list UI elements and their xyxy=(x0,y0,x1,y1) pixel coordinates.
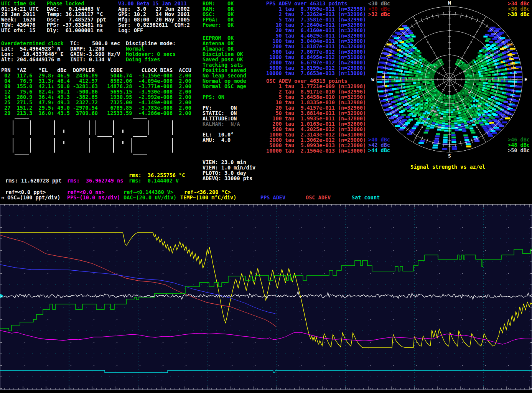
mask-settings-line: EL: 10.0° xyxy=(203,132,234,137)
rms-temp-line: rms: 36.255756 °C xyxy=(129,173,185,178)
discipline-mode-line: Doing fixes xyxy=(126,57,176,62)
system-status-line: EEPROM OK xyxy=(203,35,246,41)
view-info: VIEW: 23.0 minVIEW: 1.0 min/divPLOTQ: 3.… xyxy=(203,160,255,181)
phase-status: Phase lockedDAC: 0.144463 VTemp: 36.1281… xyxy=(47,1,106,33)
signal-legend-ne: >34 dBc>36 dBc>38 dBc xyxy=(508,1,530,17)
position-block: Overdetermined clockLat: 54.4964928° NLo… xyxy=(1,41,64,62)
osc-adev-table-line: OSC ADEV over 46313 points xyxy=(266,78,366,84)
system-status-line: Tracking sats xyxy=(203,62,246,67)
phase-status-line: Osc↑ 7.485257 ppt xyxy=(47,17,106,22)
utc-status-line: UTC time OK xyxy=(1,1,39,6)
system-status-line: Antenna OK xyxy=(203,41,246,46)
phase-status-line: Phase locked xyxy=(47,1,106,6)
system-status-line: Normal op mode xyxy=(203,78,246,84)
fix-modes: PV: ONSTATIC: ONALTITUDE:ONKALMAN: N/A xyxy=(203,105,240,127)
system-status-line: Normal OSC age xyxy=(203,84,246,89)
receiver-selftest: ROM: OKRAM: OKOSC: OKFPGA: OKPower: OK xyxy=(203,1,234,28)
utc-status: UTC time OK01:14:21 UTC28 Jan 2011Week: … xyxy=(1,1,39,33)
signal-legend-ne-line: >38 dBc xyxy=(508,12,530,17)
pps-adev-table-line: PPS ADEV over 46313 points xyxy=(266,1,366,6)
rms-osc-line: rms: 11.620728 ppt xyxy=(5,178,61,183)
osc-adev-table: OSC ADEV over 46313 points 1 tau 1.7721e… xyxy=(266,78,366,153)
utc-status-line: 01:14:21 UTC xyxy=(1,6,39,12)
pps-adev-table-line: 2 tau 7.3262e-011 (n=32996) xyxy=(266,12,366,17)
sat-table-line: 02 117.6 29.8↑ 46.9 2436.89 5046.74 -3.1… xyxy=(1,73,191,78)
signal-legend-nw: <30 dBc>30 dBc>32 dBc xyxy=(368,1,390,17)
plot-scale-dac-line: DAC~(20.0 uV/div) xyxy=(124,195,176,200)
signal-legend-se-line: >50 dBc xyxy=(508,148,530,153)
view-info-line: VIEW: 23.0 min xyxy=(203,160,255,165)
pps-adev-table-line: 5000 tau 3.8199e-012 (n=23000) xyxy=(266,65,366,71)
signal-legend-se: >46 dBc>48 dBc>50 dBc xyxy=(508,137,530,153)
rms-temp: rms: 36.255756 °C xyxy=(129,173,185,178)
sat-table-line: 14 280.9 36.4↓ 49.3 -382.85 1930.95 -2.9… xyxy=(1,94,191,100)
osc-adev-table-line: 100 tau 1.9935e-011 (n=32800) xyxy=(266,116,366,121)
polar-caption: Signal strength vs az/el xyxy=(410,164,485,169)
sat-table-line: 04 76.9 31.3↑ 46.4 412.57 8582.06 -4.094… xyxy=(1,78,191,84)
plot-scale-temp-line: TEMP~(100 m°C/div) xyxy=(180,195,236,200)
osc-adev-table-line: 500 tau 4.2025e-012 (n=32000) xyxy=(266,127,366,132)
discipline-mode: Discipline mode:NormalHoldover: 0 secsDo… xyxy=(126,41,176,62)
pps-status-line: PPS: ON xyxy=(203,94,224,100)
utc-status-line: UTC ofs: 15 xyxy=(1,28,39,33)
pps-adev-table-line: 20 tau 6.4160e-011 (n=32960) xyxy=(266,28,366,33)
osc-adev-table-line: 200 tau 1.0163e-011 (n=32600) xyxy=(266,121,366,127)
system-status: EEPROM OKAntenna OKAlmanac OKDiscipline … xyxy=(203,35,246,89)
ref-pps-line: ref=<0.0 ns> xyxy=(67,189,105,195)
view-info-line: ADEVQ: 33000 pts xyxy=(203,176,255,181)
signal-legend-sw: >40 dBc>42 dBc>44 dBc xyxy=(368,137,390,153)
version-info: V3.00 Beta 15 Jan 2011App: 3.0 27 Jun 20… xyxy=(118,1,190,33)
position-block-line: Alt: 204.46449176 m xyxy=(1,57,64,62)
pps-adev-table-line: 200 tau 1.8187e-011 (n=32600) xyxy=(266,44,366,49)
discipline-mode-line: Holdover: 0 secs xyxy=(126,51,176,57)
utc-status-line: TOW: 436476 xyxy=(1,22,39,28)
ref-osc-line: ref=<0.0 ppt> xyxy=(5,189,46,195)
sat-table: PRN °AZ °EL dBc DOPPLER CODE CLOCK BIAS … xyxy=(1,67,191,116)
osc-adev-table-line: 1 tau 1.7721e-009 (n=32998) xyxy=(266,84,366,89)
system-status-line: Saved posn OK xyxy=(203,57,246,62)
osc-adev-table-line: 10 tau 1.8335e-010 (n=32980) xyxy=(266,100,366,105)
utc-status-line: Week: 1620 xyxy=(1,17,39,22)
version-info-line: Log: OFF xyxy=(118,28,190,33)
mask-settings-line: AMU: 4.0 xyxy=(203,137,234,143)
pps-adev-table-line: 10 tau 7.2640e-011 (n=32980) xyxy=(266,22,366,28)
signal-legend-sw-line: >44 dBc xyxy=(368,148,390,153)
plot-scale-pps: PPS~(10.0 ns/div) xyxy=(67,195,120,200)
ref-temp: ref~<36.200 °C> xyxy=(184,189,231,195)
plot-scale-dac: DAC~(20.0 uV/div) xyxy=(124,195,176,200)
sat-table-line: 27 151.2 29.5↓ 49.0 -2970.54 6789.85 -3.… xyxy=(1,105,191,110)
discipline-mode-line: Discipline mode: xyxy=(126,41,176,46)
ref-temp-line: ref~<36.200 °C> xyxy=(184,189,231,195)
plot-label-ppsadev-line: PPS ADEV xyxy=(260,195,285,200)
receiver-selftest-line: ROM: OK xyxy=(203,1,234,6)
rms-dac-line: rms: 0.144402 V xyxy=(129,178,179,183)
rms-pps: rms: 36.962749 ns xyxy=(67,178,123,183)
system-status-line: No leap second xyxy=(203,73,246,78)
pps-adev-table-line: 50 tau 4.4629e-011 (n=32900) xyxy=(266,33,366,38)
pps-adev-table: PPS ADEV over 46313 points 1 tau 8.7050e… xyxy=(266,1,366,76)
receiver-selftest-line: RAM: OK xyxy=(203,6,234,12)
loop-params-line: TC: 500.0 sec xyxy=(70,41,120,46)
plot-scale-pps-line: PPS~(10.0 ns/div) xyxy=(67,195,120,200)
compass-north-label: N xyxy=(448,0,451,6)
pps-adev-table-line: 1000 tau 6.8495e-012 (n=31000) xyxy=(266,54,366,60)
sat-table-line: PRN °AZ °EL dBc DOPPLER CODE CLOCK BIAS … xyxy=(1,67,191,73)
phase-status-line: Temp: 36.128117 °C xyxy=(47,12,106,17)
osc-adev-table-line: 2000 tau 1.3062e-012 (n=29000) xyxy=(266,137,366,143)
plot-label-oscadev: OSC ADEV xyxy=(306,195,331,200)
sat-table-line: 09 155.0 42.1↓ 50.0 -3281.63 14876.28 -3… xyxy=(1,84,191,89)
history-plot[interactable] xyxy=(0,202,532,393)
pps-adev-table-line: 1 tau 8.7050e-011 (n=32998) xyxy=(266,6,366,12)
signal-legend-nw-line: >30 dBc xyxy=(368,6,390,12)
view-info-line: VIEW: 1.0 min/div xyxy=(203,165,255,170)
osc-adev-table-line: 20 tau 9.4157e-011 (n=32960) xyxy=(266,105,366,110)
plot-scale-temp: TEMP~(100 m°C/div) xyxy=(180,195,236,200)
phase-status-line: PPS↑ -37.833481 ns xyxy=(47,22,106,28)
digital-clock xyxy=(8,115,192,161)
signal-legend-sw-line: >42 dBc xyxy=(368,142,390,148)
compass-east-label: E xyxy=(524,77,527,82)
loop-params-line: DAMP: 1.200 xyxy=(70,46,120,51)
system-status-line: Discipline OK xyxy=(203,51,246,57)
pps-adev-table-line: 10000 tau 7.6653e-013 (n=13000) xyxy=(266,71,366,76)
system-status-line: Almanac OK xyxy=(203,46,246,51)
